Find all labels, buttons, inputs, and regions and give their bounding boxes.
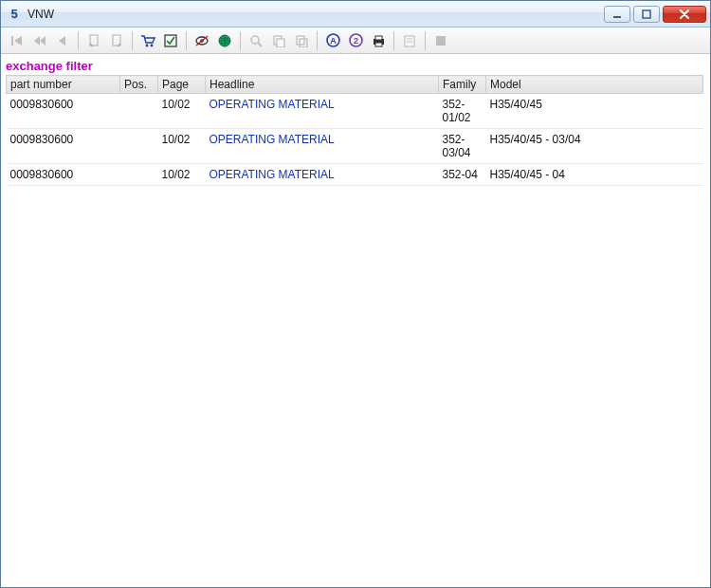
- circle-2-icon[interactable]: 2: [345, 30, 366, 51]
- minimize-button[interactable]: [604, 6, 630, 23]
- cell-part-number: 0009830600: [7, 129, 120, 164]
- svg-point-6: [151, 44, 154, 46]
- cell-model: H35/40/45: [486, 94, 703, 129]
- paste-icon: [291, 30, 312, 51]
- cell-page: 10/02: [158, 129, 206, 164]
- col-family[interactable]: Family: [439, 76, 486, 94]
- note-icon: [399, 30, 420, 51]
- app-icon: [7, 7, 22, 22]
- table-header-row: part number Pos. Page Headline Family Mo…: [7, 76, 703, 94]
- cart-icon[interactable]: [137, 30, 158, 51]
- rewind-icon: [29, 30, 50, 51]
- cell-pos: [120, 94, 158, 129]
- checklist-icon[interactable]: [160, 30, 181, 51]
- cell-model: H35/40/45 - 04: [486, 164, 703, 186]
- svg-text:A: A: [330, 36, 337, 46]
- circle-a-icon[interactable]: A: [322, 30, 343, 51]
- results-table: part number Pos. Page Headline Family Mo…: [6, 75, 703, 186]
- toolbar-separator: [317, 31, 318, 50]
- toolbar-separator: [425, 31, 426, 50]
- col-page[interactable]: Page: [158, 76, 206, 94]
- close-button[interactable]: [663, 6, 706, 23]
- cell-headline[interactable]: OPERATING MATERIAL: [206, 164, 439, 186]
- cell-pos: [120, 129, 158, 164]
- cell-page: 10/02: [158, 164, 206, 186]
- bookmark-next-icon: [106, 30, 127, 51]
- svg-rect-28: [436, 36, 446, 46]
- cell-pos: [120, 164, 158, 186]
- titlebar: VNW: [1, 1, 710, 28]
- svg-rect-0: [613, 16, 621, 18]
- maximize-button[interactable]: [633, 6, 660, 23]
- globe-icon[interactable]: [214, 30, 235, 51]
- table-row[interactable]: 000983060010/02OPERATING MATERIAL352-03/…: [7, 129, 703, 164]
- first-icon: [7, 30, 27, 51]
- svg-rect-17: [300, 39, 307, 47]
- toolbar-separator: [132, 31, 133, 50]
- back-icon: [52, 30, 73, 51]
- window-controls: [604, 6, 706, 23]
- eye-off-icon[interactable]: [191, 30, 212, 51]
- svg-point-12: [251, 36, 259, 44]
- cell-model: H35/40/45 - 03/04: [486, 129, 703, 164]
- toolbar-separator: [78, 31, 79, 50]
- cell-page: 10/02: [158, 94, 206, 129]
- stop-icon: [430, 30, 451, 51]
- table-row[interactable]: 000983060010/02OPERATING MATERIAL352-01/…: [7, 94, 703, 129]
- svg-rect-24: [375, 43, 382, 46]
- bookmark-prev-icon: [83, 30, 104, 51]
- cell-family: 352-04: [439, 164, 486, 186]
- print-icon[interactable]: [368, 30, 389, 51]
- svg-text:2: 2: [353, 36, 357, 46]
- cell-family: 352-03/04: [439, 129, 486, 164]
- col-pos[interactable]: Pos.: [120, 76, 158, 94]
- window-title: VNW: [27, 8, 54, 21]
- table-row[interactable]: 000983060010/02OPERATING MATERIAL352-04H…: [7, 164, 703, 186]
- svg-rect-7: [165, 35, 176, 46]
- svg-rect-2: [11, 36, 13, 46]
- copy-icon: [268, 30, 289, 51]
- cell-headline[interactable]: OPERATING MATERIAL: [206, 129, 439, 164]
- svg-rect-16: [297, 36, 304, 45]
- svg-rect-1: [643, 10, 650, 18]
- svg-point-5: [146, 44, 149, 46]
- cell-family: 352-01/02: [439, 94, 486, 129]
- cell-headline[interactable]: OPERATING MATERIAL: [206, 94, 439, 129]
- filter-label: exchange filter: [6, 59, 703, 73]
- svg-rect-23: [375, 36, 382, 40]
- col-part-number[interactable]: part number: [7, 76, 120, 94]
- content-area: exchange filter part number Pos. Page He…: [0, 53, 711, 588]
- toolbar: A2: [1, 28, 710, 54]
- svg-line-13: [258, 43, 262, 46]
- svg-rect-15: [277, 39, 284, 47]
- cell-part-number: 0009830600: [7, 94, 120, 129]
- toolbar-separator: [186, 31, 187, 50]
- col-model[interactable]: Model: [486, 76, 703, 94]
- zoom-icon: [246, 30, 266, 51]
- toolbar-separator: [240, 31, 241, 50]
- col-headline[interactable]: Headline: [206, 76, 439, 94]
- cell-part-number: 0009830600: [7, 164, 120, 186]
- toolbar-separator: [393, 31, 394, 50]
